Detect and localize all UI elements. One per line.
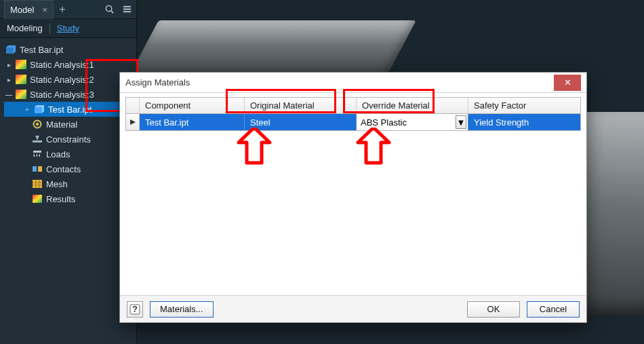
svg-marker-6 [6, 47, 14, 54]
svg-rect-23 [33, 180, 42, 188]
col-header-safety[interactable]: Safety Factor [468, 98, 580, 113]
modebar-divider [49, 23, 50, 34]
expand-icon[interactable]: ▸ [5, 76, 12, 83]
tree-analysis-1-label: Static Analysis:1 [30, 60, 94, 70]
svg-marker-16 [35, 136, 39, 140]
svg-rect-8 [16, 60, 26, 69]
tree-root[interactable]: Test Bar.ipt [4, 42, 134, 57]
close-icon: ✕ [564, 77, 571, 88]
tree-child-contacts-label: Contacts [46, 164, 81, 174]
dialog-close-button[interactable]: ✕ [554, 75, 581, 91]
tree-child-contacts[interactable]: Contacts [4, 161, 134, 176]
tree-child-testbar[interactable]: + Test Bar.ipt [4, 102, 134, 117]
search-icon[interactable] [104, 4, 115, 15]
tree-child-mesh[interactable]: Mesh [4, 176, 134, 191]
tree-analysis-1[interactable]: ▸ Static Analysis:1 [4, 57, 134, 72]
tree-child-loads[interactable]: Loads [4, 147, 134, 161]
analysis-icon [16, 74, 26, 85]
panel-modebar: Modeling Study [0, 19, 136, 38]
cancel-button[interactable]: Cancel [527, 301, 580, 318]
help-button[interactable]: ? [127, 301, 143, 318]
svg-line-1 [110, 11, 113, 13]
close-tab-icon[interactable]: × [42, 5, 47, 15]
tree-child-constraints-label: Constraints [46, 134, 91, 145]
menu-icon[interactable] [121, 4, 132, 15]
modebar-study[interactable]: Study [57, 23, 79, 33]
svg-rect-15 [33, 140, 42, 142]
svg-rect-2 [123, 6, 130, 7]
dialog-title: Assign Materials [125, 77, 554, 88]
loads-icon [32, 149, 43, 159]
grid-row-1[interactable]: Test Bar.ipt Steel ABS Plastic ▼ Yield S… [126, 114, 580, 130]
override-dropdown-button[interactable]: ▼ [456, 115, 466, 129]
col-header-override[interactable]: Override Material [357, 98, 468, 113]
contacts-icon [32, 164, 43, 174]
tree-root-label: Test Bar.ipt [20, 45, 63, 55]
svg-rect-4 [123, 11, 130, 12]
model-tree: Test Bar.ipt ▸ Static Analysis:1 ▸ Stati… [0, 38, 136, 206]
panel-tab-model[interactable]: Model × [4, 0, 54, 19]
row-indicator [126, 114, 140, 130]
svg-rect-9 [16, 75, 26, 84]
grid-corner [126, 98, 140, 113]
collapse-icon[interactable]: — [5, 91, 12, 98]
tree-child-results-label: Results [46, 194, 75, 204]
analysis-icon [16, 89, 26, 100]
panel-tab-label: Model [10, 5, 34, 15]
add-tab-button[interactable]: + [55, 3, 70, 16]
materials-grid: Component Original Material Override Mat… [125, 97, 581, 131]
svg-marker-20 [39, 153, 40, 157]
mesh-icon [32, 178, 43, 189]
cell-safety: Yield Strength [468, 114, 580, 130]
tree-child-constraints[interactable]: Constraints [4, 132, 134, 147]
svg-rect-17 [33, 151, 41, 153]
assign-materials-dialog: Assign Materials ✕ Component Original Ma… [119, 72, 587, 323]
tree-child-material-label: Material [46, 119, 77, 130]
svg-rect-3 [123, 9, 130, 10]
cell-override[interactable]: ABS Plastic ▼ [357, 114, 468, 130]
dialog-footer: ? Materials... OK Cancel [120, 295, 586, 322]
panel-header: Model × + [0, 0, 136, 19]
svg-text:?: ? [132, 304, 138, 314]
svg-rect-22 [38, 166, 42, 172]
svg-rect-10 [16, 90, 26, 99]
expand-icon[interactable]: ▸ [5, 61, 12, 69]
svg-marker-29 [130, 119, 136, 125]
chevron-down-icon: ▼ [457, 117, 466, 128]
material-icon [32, 119, 43, 130]
ok-button[interactable]: OK [467, 301, 520, 318]
dialog-titlebar[interactable]: Assign Materials ✕ [120, 73, 586, 93]
svg-rect-28 [33, 195, 42, 203]
model-browser-panel: Model × + Modeling Study Test Bar.ipt ▸ [0, 0, 137, 344]
tree-analysis-2-label: Static Analysis:2 [30, 75, 94, 85]
cell-original: Steel [245, 114, 357, 130]
svg-marker-18 [33, 153, 35, 157]
modebar-modeling[interactable]: Modeling [7, 23, 43, 33]
materials-button[interactable]: Materials... [150, 301, 214, 318]
svg-point-14 [36, 123, 39, 126]
tree-analysis-3-label: Static Analysis:3 [30, 90, 94, 100]
cell-component: Test Bar.ipt [140, 114, 245, 130]
constraints-icon [32, 134, 43, 145]
svg-rect-21 [33, 166, 37, 172]
tree-child-results[interactable]: Results [4, 191, 134, 206]
help-icon: ? [129, 304, 140, 315]
part-icon [5, 44, 16, 55]
part-icon [34, 104, 45, 115]
col-header-component[interactable]: Component [140, 98, 245, 113]
tree-analysis-3[interactable]: — Static Analysis:3 [4, 87, 134, 102]
tree-analysis-2[interactable]: ▸ Static Analysis:2 [4, 72, 134, 87]
tree-child-mesh-label: Mesh [46, 179, 68, 189]
tree-child-loads-label: Loads [46, 149, 70, 159]
expand-icon[interactable]: + [24, 106, 31, 113]
tree-child-testbar-label: Test Bar.ipt [48, 104, 92, 115]
svg-marker-19 [36, 153, 37, 157]
override-value: ABS Plastic [361, 117, 456, 128]
results-icon [32, 193, 43, 204]
grid-header: Component Original Material Override Mat… [126, 98, 580, 114]
svg-point-0 [106, 5, 111, 11]
col-header-original[interactable]: Original Material [245, 98, 357, 113]
tree-child-material[interactable]: Material [4, 117, 134, 132]
analysis-icon [16, 59, 26, 70]
svg-marker-12 [35, 107, 42, 113]
